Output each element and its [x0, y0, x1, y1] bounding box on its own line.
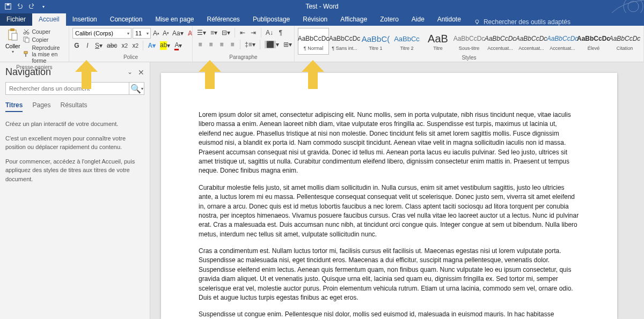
cut-button[interactable]: Couper — [22, 28, 65, 35]
tab-aide[interactable]: Aide — [405, 13, 431, 26]
styles-gallery[interactable]: AaBbCcDc¶ NormalAaBbCcDc¶ Sans int...AaB… — [298, 27, 640, 55]
style-item[interactable]: AaBbCcDc¶ Sans int... — [329, 28, 360, 55]
font-name-select[interactable]: Calibri (Corps) — [72, 28, 131, 39]
shrink-font-button[interactable]: A▾ — [162, 28, 170, 38]
underline-button[interactable]: S▾ — [94, 41, 104, 50]
bullets-button[interactable]: ☰▾ — [196, 28, 207, 38]
group-clipboard: Coller ▾ Couper Copier Reproduire la mis… — [0, 26, 69, 62]
style-item[interactable]: AaBbCcDcSous-titre — [453, 28, 485, 55]
body-paragraph: Cras a condimentum est. Nullam luctus to… — [199, 247, 580, 302]
styles-label: Styles — [298, 55, 640, 61]
paste-label: Coller — [5, 43, 20, 49]
tab-revision[interactable]: Révision — [296, 13, 334, 26]
svg-rect-7 — [10, 28, 14, 31]
tab-affichage[interactable]: Affichage — [334, 13, 374, 26]
style-item[interactable]: AaBbCcDcAccentuat... — [547, 28, 578, 55]
style-item[interactable]: AaBbC(Titre 1 — [360, 28, 391, 55]
shading-button[interactable]: ⬛▾ — [264, 40, 280, 49]
document-area[interactable]: Lorem ipsum dolor sit amet, consectetur … — [150, 62, 644, 319]
undo-icon[interactable] — [16, 3, 24, 10]
style-item[interactable]: AaBbCcDcCitation — [609, 28, 640, 55]
style-item[interactable]: AaBbCcDcAccentuat... — [485, 28, 516, 55]
strike-button[interactable]: abc — [106, 41, 118, 50]
text-effects-button[interactable]: A▾ — [147, 41, 157, 50]
svg-rect-13 — [24, 51, 27, 54]
nav-help-text: Créez un plan interactif de votre docume… — [5, 120, 144, 183]
bold-button[interactable]: G — [72, 41, 81, 50]
paste-button[interactable]: Coller ▾ — [3, 27, 22, 54]
qat-more-icon[interactable]: ▾ — [40, 3, 47, 10]
svg-rect-1 — [6, 4, 9, 6]
indent-inc-button[interactable]: ⇥ — [249, 28, 258, 38]
style-item[interactable]: AaBbCcTitre 2 — [391, 28, 422, 55]
annotation-arrow — [302, 60, 324, 89]
annotation-arrow — [75, 60, 98, 89]
font-size-select[interactable]: 11 — [133, 28, 151, 39]
style-item[interactable]: AaBbCcDc¶ Normal — [298, 28, 329, 55]
multilevel-button[interactable]: ⊟▾ — [221, 28, 231, 38]
format-painter-button[interactable]: Reproduire la mise en forme — [22, 44, 65, 64]
italic-button[interactable]: I — [83, 41, 92, 50]
align-left-button[interactable]: ≡ — [196, 40, 204, 49]
borders-button[interactable]: ⊞▾ — [282, 40, 293, 49]
title-bar: ▾ Test - Word — [0, 0, 644, 13]
tab-accueil[interactable]: Accueil — [32, 13, 66, 26]
annotation-arrow — [199, 60, 221, 89]
tab-insertion[interactable]: Insertion — [66, 13, 104, 26]
sort-button[interactable]: A↓ — [265, 28, 274, 38]
indent-dec-button[interactable]: ⇤ — [238, 28, 247, 38]
svg-rect-12 — [25, 38, 29, 42]
change-case-button[interactable]: Aa▾ — [171, 28, 185, 38]
superscript-button[interactable]: x2 — [131, 41, 140, 50]
tab-zotero[interactable]: Zotero — [374, 13, 405, 26]
group-font: Calibri (Corps) 11 A▴ A▾ Aa▾ A̷ G I S▾ a… — [69, 26, 193, 62]
style-item[interactable]: AaBTitre — [422, 28, 453, 55]
redo-icon[interactable] — [28, 3, 35, 10]
group-styles: AaBbCcDc¶ NormalAaBbCcDc¶ Sans int...AaB… — [295, 26, 644, 62]
ribbon: Coller ▾ Couper Copier Reproduire la mis… — [0, 26, 644, 62]
scissors-icon — [23, 28, 30, 35]
nav-search-button[interactable]: 🔍▾ — [129, 83, 144, 94]
font-color-button[interactable]: A▾ — [173, 41, 183, 50]
grow-font-button[interactable]: A▴ — [152, 28, 160, 38]
nav-tab-pages[interactable]: Pages — [32, 101, 50, 112]
nav-close-icon[interactable]: ✕ — [138, 68, 144, 77]
numbering-button[interactable]: ≡▾ — [209, 28, 218, 38]
tab-mise-en-page[interactable]: Mise en page — [149, 13, 200, 26]
clipboard-label: Presse-papiers — [3, 64, 65, 71]
tell-me-label: Rechercher des outils adaptés — [484, 18, 570, 26]
svg-rect-5 — [477, 23, 478, 24]
nav-collapse-icon[interactable]: ⌄ — [127, 68, 133, 77]
nav-tab-resultats[interactable]: Résultats — [61, 101, 87, 112]
align-center-button[interactable]: ≡ — [207, 40, 215, 49]
justify-button[interactable]: ≡ — [228, 40, 237, 49]
show-marks-button[interactable]: ¶ — [276, 28, 285, 38]
save-icon[interactable] — [4, 3, 12, 10]
body-paragraph: Curabitur molestie felis justo, sit amet… — [199, 183, 580, 239]
brush-icon — [23, 51, 30, 57]
subscript-button[interactable]: x2 — [120, 41, 129, 50]
tell-me-search[interactable]: Rechercher des outils adaptés — [474, 18, 570, 26]
copy-button[interactable]: Copier — [22, 36, 65, 43]
page[interactable]: Lorem ipsum dolor sit amet, consectetur … — [161, 73, 617, 319]
nav-tab-titres[interactable]: Titres — [5, 101, 23, 112]
decoration — [580, 0, 644, 13]
svg-rect-8 — [12, 33, 17, 40]
paste-icon — [7, 28, 19, 42]
tab-antidote[interactable]: Antidote — [431, 13, 467, 26]
quick-access-toolbar: ▾ — [0, 3, 47, 10]
group-paragraph: ☰▾ ≡▾ ⊟▾ ⇤ ⇥ A↓ ¶ ≡ ≡ ≡ ≡ ‡≡▾ ⬛▾ ⊞▾ — [193, 26, 295, 62]
nav-search-input[interactable] — [6, 83, 129, 94]
body-paragraph: Suspendisse ut congue enim. Pellentesque… — [199, 310, 580, 319]
tab-conception[interactable]: Conception — [104, 13, 149, 26]
window-title: Test - Word — [305, 3, 338, 10]
style-item[interactable]: AaBbCcDcÉlevé — [578, 28, 609, 55]
tab-fichier[interactable]: Fichier — [0, 13, 32, 26]
style-item[interactable]: AaBbCcDcAccentuat... — [516, 28, 547, 55]
tab-references[interactable]: Références — [201, 13, 246, 26]
line-spacing-button[interactable]: ‡≡▾ — [244, 40, 257, 49]
navigation-pane: Navigation ⌄ ✕ 🔍▾ Titres Pages Résultats… — [0, 62, 150, 319]
tab-publipostage[interactable]: Publipostage — [246, 13, 296, 26]
highlight-button[interactable]: ab▾ — [159, 41, 171, 50]
align-right-button[interactable]: ≡ — [217, 40, 226, 49]
